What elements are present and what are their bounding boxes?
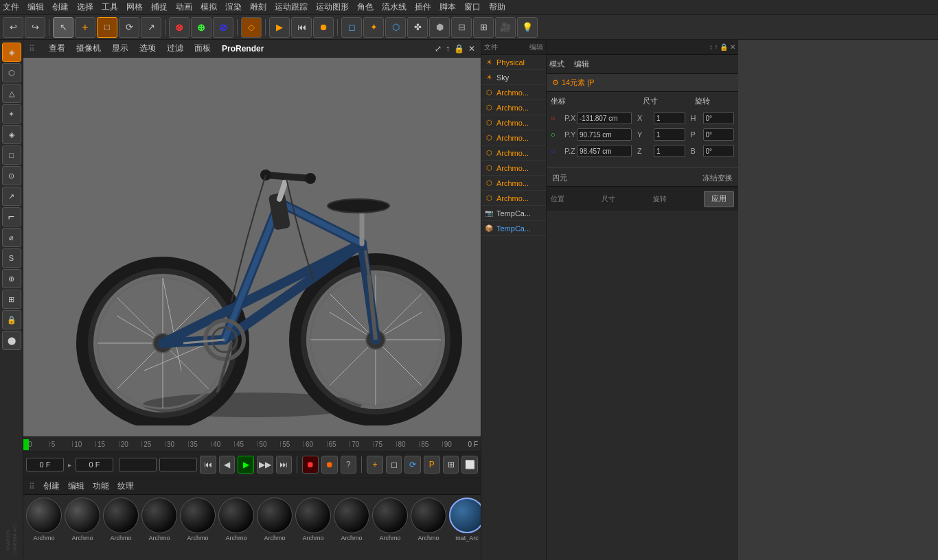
grid-view-btn[interactable]: ⊞ [443,456,459,474]
coord-y-radio[interactable]: ○ [551,130,564,139]
scene-item-1[interactable]: ☀Sky [481,70,546,85]
rotate-tool[interactable]: ⟳ [119,17,139,38]
material-item-4[interactable]: Archmo [180,498,216,541]
viewport-icon-arrows[interactable]: ⤢ [435,44,442,54]
select-tool[interactable]: ↖ [53,17,73,38]
material-item-7[interactable]: Archmo [295,498,331,541]
left-tool-5[interactable]: ◈ [2,125,21,144]
x-axis-btn[interactable]: ⊗ [169,17,190,38]
viewport-icon-up[interactable]: ↑ [446,44,450,54]
coord-h-input[interactable] [703,112,735,124]
left-tool-7[interactable]: ⊙ [2,166,21,185]
mat-tab-function[interactable]: 功能 [93,480,109,492]
menu-item-tools[interactable]: 工具 [102,1,118,13]
coord-b-input[interactable] [703,145,735,157]
material-item-3[interactable]: Archmo [141,498,177,541]
material-item-0[interactable]: Archmo [26,498,62,541]
menu-item-mograph[interactable]: 运动图形 [316,1,349,13]
menu-item-snap[interactable]: 捕捉 [151,1,168,13]
deform-btn[interactable]: ⊟ [451,17,472,38]
left-tool-8[interactable]: ↗ [2,187,21,206]
scene-item-5[interactable]: ⬡Archmo... [481,130,546,145]
left-tool-12[interactable]: ⊕ [2,269,21,288]
coord-p-input[interactable] [703,128,735,141]
menu-item-motion-track[interactable]: 运动跟踪 [275,1,308,13]
record-key-btn[interactable]: ⏺ [302,456,319,474]
start-frame-input[interactable] [76,458,113,471]
viewport-tab-panel[interactable]: 面板 [194,43,211,54]
left-tool-4[interactable]: ✦ [2,104,21,124]
record-btn[interactable]: ⏺ [313,17,334,38]
left-tool-15[interactable]: ⬤ [2,331,21,350]
play-rev-btn[interactable]: ⏮ [291,17,312,38]
left-tool-6[interactable]: □ [2,145,21,165]
viewport-tab-camera[interactable]: 摄像机 [76,43,101,54]
lamp-btn[interactable]: 💡 [517,17,538,38]
grid-btn[interactable]: ⊞ [473,17,494,38]
coord-sz-input[interactable] [654,145,685,157]
left-mode-btn[interactable]: ◈ [2,43,21,62]
menu-item-select[interactable]: 选择 [77,1,93,13]
viewport-canvas[interactable] [23,58,481,436]
end-frame-input[interactable]: 90 F [119,458,157,471]
menu-item-edit[interactable]: 编辑 [27,1,44,13]
left-tool-3[interactable]: △ [2,84,21,103]
coord-y-input[interactable] [577,128,632,141]
camera-btn[interactable]: 🎥 [495,17,516,38]
left-tool-11[interactable]: S [2,248,21,268]
scene-item-7[interactable]: ⬡Archmo... [481,161,546,176]
left-tool-13[interactable]: ⊞ [2,290,21,309]
viewport-tab-prorender[interactable]: ProRender [222,44,264,54]
auto-key-btn[interactable]: ⏺ [321,456,338,474]
menu-item-mesh[interactable]: 网格 [126,1,143,13]
left-tool-2[interactable]: ⬡ [2,63,21,82]
undo-button[interactable]: ↩ [3,17,23,38]
menu-item-render[interactable]: 渲染 [225,1,242,13]
object-mode-btn[interactable]: ◇ [241,17,262,38]
scene-item-2[interactable]: ⬡Archmo... [481,85,546,100]
material-item-1[interactable]: Archmo [65,498,100,541]
material-item-10[interactable]: Archmo [411,498,446,541]
material-item-6[interactable]: Archmo [257,498,293,541]
coord-z-input[interactable] [577,145,632,157]
prorender-icon-btn[interactable]: P [424,456,440,474]
next-frame-btn[interactable]: ▶▶ [257,456,273,474]
material-item-9[interactable]: Archmo [372,498,408,541]
viewport-tab-options[interactable]: 选项 [139,43,156,54]
goto-start-btn[interactable]: ⏮ [200,456,216,474]
scene-item-11[interactable]: 📦TempCa... [481,221,546,236]
left-tool-14[interactable]: 🔒 [2,310,21,329]
menu-item-pipeline[interactable]: 流水线 [382,1,407,13]
material-item-8[interactable]: Archmo [334,498,369,541]
mat-tab-create[interactable]: 创建 [43,480,60,492]
scene-item-4[interactable]: ⬡Archmo... [481,115,546,130]
scene-item-6[interactable]: ⬡Archmo... [481,145,546,161]
mat-tab-texture[interactable]: 纹理 [117,480,134,492]
coord-x-input[interactable] [577,112,632,124]
menu-item-plugins[interactable]: 插件 [415,1,431,13]
scatter-btn[interactable]: ✤ [407,17,428,38]
spline-btn[interactable]: ⬢ [429,17,450,38]
paint-btn[interactable]: ✦ [363,17,384,38]
expand-btn[interactable]: ⬜ [461,456,478,474]
menu-item-create[interactable]: 创建 [52,1,69,13]
viewport-tab-view[interactable]: 查看 [49,43,65,54]
y-axis-btn[interactable]: ⊕ [191,17,211,38]
z-axis-btn[interactable]: ⊘ [213,17,233,38]
scene-item-3[interactable]: ⬡Archmo... [481,100,546,115]
material-item-11[interactable]: mat_Arc [449,498,481,541]
menu-item-window[interactable]: 窗口 [464,1,481,13]
menu-item-help[interactable]: 帮助 [489,1,505,13]
left-tool-10[interactable]: ⌀ [2,228,21,247]
menu-item-script[interactable]: 脚本 [439,1,456,13]
menu-item-sculpt[interactable]: 雕刻 [250,1,266,13]
light-btn[interactable]: ⬡ [385,17,406,38]
scale-tool[interactable]: □ [97,17,117,38]
mat-tab-edit[interactable]: 编辑 [68,480,84,492]
move-tool[interactable]: + [75,17,95,38]
left-tool-9[interactable]: ⌐ [2,207,21,226]
material-item-5[interactable]: Archmo [218,498,254,541]
coord-x-radio[interactable]: ○ [551,114,564,122]
add-key-btn[interactable]: + [367,456,383,474]
coord-sy-input[interactable] [654,128,685,141]
